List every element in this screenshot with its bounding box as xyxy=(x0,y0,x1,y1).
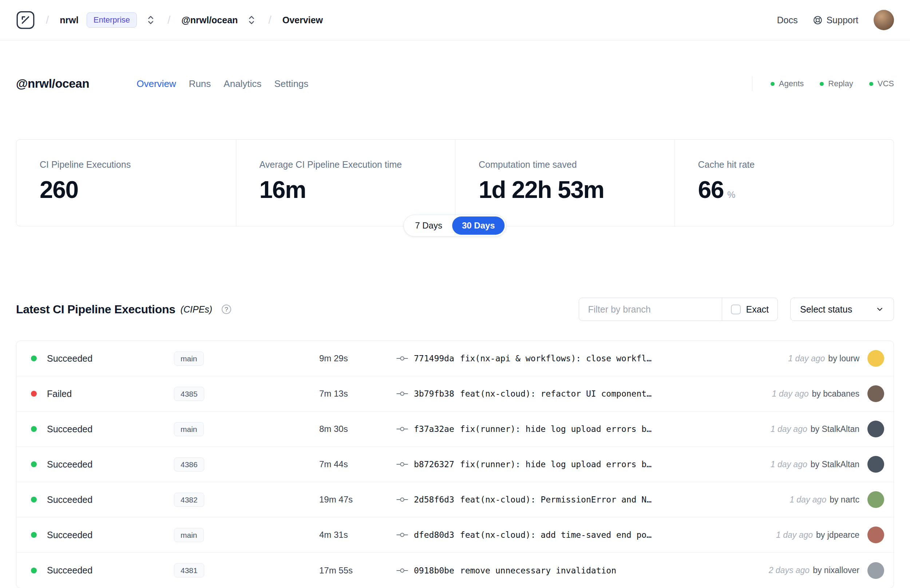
workspace-tabs: Overview Runs Analytics Settings xyxy=(136,78,308,89)
branch-filter-input[interactable] xyxy=(579,298,722,321)
branch-badge: main xyxy=(174,352,204,366)
tab-analytics[interactable]: Analytics xyxy=(223,78,261,89)
status-cell: Succeeded xyxy=(31,565,174,576)
table-row[interactable]: Succeeded 4386 7m 44s b8726327 fix(runne… xyxy=(16,447,894,482)
stat-value-text: 260 xyxy=(40,176,78,203)
status-indicator-agents[interactable]: Agents xyxy=(771,79,804,89)
nx-cloud-logo[interactable] xyxy=(16,11,35,29)
commit-message: fix(nx-api & workflows): close workfl… xyxy=(460,354,651,363)
section-subtitle: (CIPEs) xyxy=(181,304,213,315)
status-select-label: Select status xyxy=(800,304,852,315)
workspace-switcher-button[interactable] xyxy=(246,13,257,27)
chevron-up-down-icon xyxy=(247,15,256,25)
status-label: Succeeded xyxy=(47,530,92,540)
tab-runs[interactable]: Runs xyxy=(189,78,211,89)
table-row[interactable]: Succeeded main 8m 30s f37a32ae fix(runne… xyxy=(16,412,894,447)
commit-message: fix(runner): hide log upload errors b… xyxy=(460,460,651,469)
status-indicator-replay[interactable]: Replay xyxy=(820,79,853,89)
nx-cloud-logo-icon xyxy=(16,11,35,29)
branch-cell: 4382 xyxy=(174,493,319,507)
commit-hash: 2d58f6d3 xyxy=(414,495,454,504)
commit-message: fix(runner): hide log upload errors b… xyxy=(460,424,651,434)
status-label: Succeeded xyxy=(47,459,92,470)
tab-settings[interactable]: Settings xyxy=(274,78,308,89)
indicator-label: Agents xyxy=(779,79,804,89)
status-dot xyxy=(31,391,37,397)
branch-filter-group: Exact xyxy=(579,298,778,321)
row-meta: 1 day ago by StalkAltan xyxy=(771,421,884,437)
commit-icon xyxy=(396,355,408,362)
commit-hash: dfed80d3 xyxy=(414,530,454,540)
stat-label: Average CI Pipeline Execution time xyxy=(260,159,448,170)
status-label: Failed xyxy=(47,389,72,399)
support-link[interactable]: Support xyxy=(813,15,858,26)
commit-cell: 0918b0be remove unnecessary invalidation xyxy=(396,566,758,575)
status-label: Succeeded xyxy=(47,494,92,505)
org-crumb-group: nrwl Enterprise xyxy=(60,12,157,27)
branch-badge: 4382 xyxy=(174,493,204,507)
branch-badge: 4386 xyxy=(174,457,204,472)
row-meta: 1 day ago by nartc xyxy=(789,491,884,508)
breadcrumb-org[interactable]: nrwl xyxy=(60,15,78,26)
workspace-crumb-group: @nrwl/ocean xyxy=(181,13,257,27)
workspace-title: @nrwl/ocean xyxy=(16,77,89,90)
row-meta: 2 days ago by nixallover xyxy=(769,562,884,579)
table-row[interactable]: Succeeded 4382 19m 47s 2d58f6d3 feat(nx-… xyxy=(16,482,894,517)
status-label: Succeeded xyxy=(47,353,92,364)
commit-cell: 3b79fb38 feat(nx-cloud): refactor UI com… xyxy=(396,389,761,399)
row-meta: 1 day ago by StalkAltan xyxy=(771,456,884,473)
org-switcher-button[interactable] xyxy=(145,13,157,27)
cipe-title-group: Latest CI Pipeline Executions (CIPEs) ? xyxy=(16,303,232,316)
commit-message: feat(nx-cloud): add time-saved end po… xyxy=(460,530,651,540)
range-option-7-days[interactable]: 7 Days xyxy=(405,216,452,235)
indicator-label: VCS xyxy=(878,79,894,89)
commit-author: by bcabanes xyxy=(812,389,860,399)
branch-cell: 4381 xyxy=(174,563,319,577)
status-dot xyxy=(31,355,37,361)
branch-badge: main xyxy=(174,528,204,542)
commit-author: by nixallover xyxy=(813,565,860,575)
table-row[interactable]: Succeeded main 4m 31s dfed80d3 feat(nx-c… xyxy=(16,517,894,553)
branch-cell: main xyxy=(174,528,319,542)
status-label: Succeeded xyxy=(47,565,92,576)
docs-link[interactable]: Docs xyxy=(777,15,797,26)
status-indicator-vcs[interactable]: VCS xyxy=(869,79,894,89)
commit-cell: b8726327 fix(runner): hide log upload er… xyxy=(396,460,760,469)
row-avatar xyxy=(867,562,884,579)
status-cell: Succeeded xyxy=(31,530,174,540)
svg-text:?: ? xyxy=(225,306,228,313)
status-dot xyxy=(31,568,37,573)
breadcrumb-separator: / xyxy=(46,14,49,26)
breadcrumb-separator: / xyxy=(268,14,271,26)
green-dot-icon xyxy=(820,82,824,86)
support-label: Support xyxy=(826,15,858,26)
commit-time: 1 day ago xyxy=(788,354,825,363)
exact-checkbox[interactable] xyxy=(731,305,741,314)
help-icon[interactable]: ? xyxy=(221,304,232,315)
status-cell: Succeeded xyxy=(31,353,174,364)
commit-icon xyxy=(396,425,408,433)
commit-time: 1 day ago xyxy=(771,424,807,434)
top-nav: / nrwl Enterprise / @nrwl/ocean / Overvi… xyxy=(0,0,910,40)
table-row[interactable]: Succeeded main 9m 29s 771499da fix(nx-ap… xyxy=(16,341,894,376)
status-dot xyxy=(31,497,37,502)
breadcrumb-page: Overview xyxy=(283,15,323,26)
commit-hash: 3b79fb38 xyxy=(414,389,454,399)
row-meta: 1 day ago by bcabanes xyxy=(772,385,884,402)
commit-hash: f37a32ae xyxy=(414,424,454,434)
tab-overview[interactable]: Overview xyxy=(136,78,176,89)
branch-cell: main xyxy=(174,422,319,436)
table-row[interactable]: Succeeded 4381 17m 55s 0918b0be remove u… xyxy=(16,553,894,588)
cipe-section-header: Latest CI Pipeline Executions (CIPEs) ? … xyxy=(16,298,894,321)
breadcrumb-workspace[interactable]: @nrwl/ocean xyxy=(181,15,238,26)
row-avatar xyxy=(867,350,884,367)
status-select-button[interactable]: Select status xyxy=(790,298,894,321)
duration: 7m 13s xyxy=(319,389,396,399)
exact-filter-segment: Exact xyxy=(722,298,777,321)
commit-author: by StalkAltan xyxy=(811,424,860,434)
table-row[interactable]: Failed 4385 7m 13s 3b79fb38 feat(nx-clou… xyxy=(16,376,894,412)
commit-time: 1 day ago xyxy=(789,495,826,505)
range-option-30-days[interactable]: 30 Days xyxy=(452,216,505,235)
commit-message: feat(nx-cloud): PermissionError and N… xyxy=(460,495,651,504)
user-avatar[interactable] xyxy=(874,10,894,30)
